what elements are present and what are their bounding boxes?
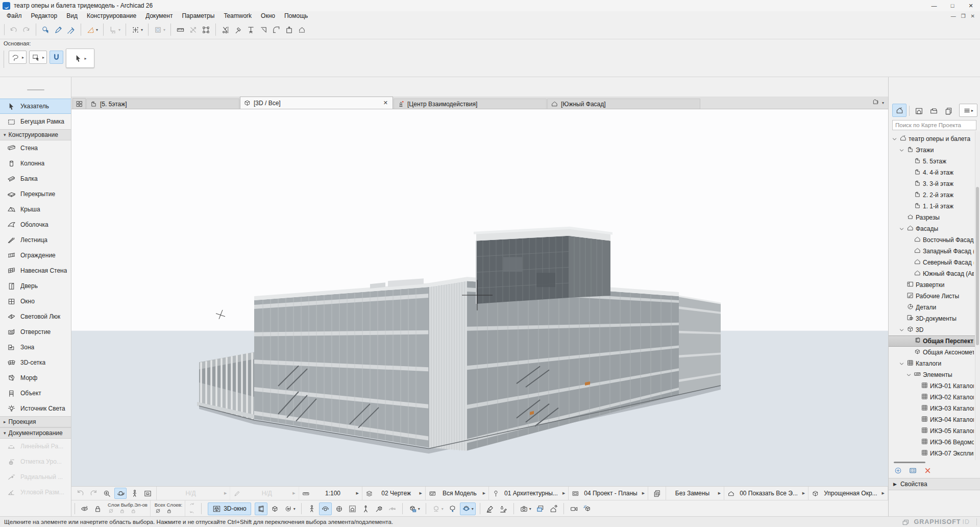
menu-item-5[interactable]: Параметры	[177, 12, 219, 20]
tool-object[interactable]: Объект	[0, 386, 71, 401]
redo-button[interactable]	[20, 24, 32, 36]
project-map-search-input[interactable]	[892, 120, 976, 130]
add-button[interactable]	[894, 466, 902, 476]
delete-button[interactable]	[923, 466, 932, 476]
caret-down-icon[interactable]: ▾	[882, 101, 884, 105]
split-button[interactable]	[219, 24, 231, 36]
close-icon[interactable]: ✕	[382, 100, 389, 106]
tree-item-27[interactable]: ИКЭ-06 Ведомост	[889, 437, 980, 448]
tree-vertical-scrollbar[interactable]	[975, 131, 980, 460]
quickbar-combo-7[interactable]: 04 Проект - Планы▶	[569, 487, 648, 500]
orbit-view-button[interactable]: ▾	[282, 503, 297, 515]
tool-railing[interactable]: Ограждение	[0, 248, 71, 263]
zoom-home-button[interactable]	[347, 503, 358, 515]
caret-right-icon[interactable]: ▶	[420, 491, 422, 495]
tool-opening[interactable]: Отверстие	[0, 324, 71, 340]
caret-down-icon[interactable]: ▾	[293, 507, 296, 511]
tree-item-18[interactable]: Общая Перспекти	[889, 336, 980, 347]
transform-button[interactable]	[200, 24, 212, 36]
align-button[interactable]	[245, 24, 257, 36]
window-maximize-button[interactable]: □	[943, 0, 962, 11]
window-close-button[interactable]: ✕	[962, 0, 980, 11]
tree-item-26[interactable]: ИКЭ-05 Каталог С	[889, 425, 980, 437]
caret-down-icon[interactable]: ▾	[163, 28, 165, 32]
rotate-plane-button[interactable]	[386, 503, 398, 515]
caret-right-icon[interactable]: ▶	[718, 491, 721, 495]
tree-item-10[interactable]: Западный Фасад (А	[889, 246, 980, 257]
hscrollbar-thumb[interactable]	[894, 462, 925, 463]
caret-down-icon[interactable]: ▾	[472, 507, 474, 511]
caret-down-icon[interactable]: ▾	[418, 507, 420, 511]
layout-book-button[interactable]	[927, 105, 940, 117]
tree-item-28[interactable]: ИКЭ-07 Эксплика	[889, 448, 980, 459]
windows-stack-icon[interactable]	[902, 518, 910, 526]
caret-right-icon[interactable]: ▶	[224, 491, 227, 495]
paste-opts-button[interactable]	[651, 488, 663, 498]
snap-points-button[interactable]: ▾	[130, 24, 144, 36]
tool-morph[interactable]: Морф	[0, 370, 71, 386]
quickbar-combo-10[interactable]: 00 Показать Все Э...▶	[724, 487, 808, 500]
zoom-in-button[interactable]	[101, 488, 112, 498]
tree-item-22[interactable]: ИКЭ-01 Каталог С	[889, 380, 980, 392]
navigator-menu-button[interactable]: ▸	[959, 104, 977, 117]
perspective-button[interactable]	[255, 502, 267, 515]
fly-button[interactable]	[568, 503, 580, 515]
eye-off-button[interactable]	[155, 508, 161, 516]
tool-shell[interactable]: Оболочка	[0, 217, 71, 232]
document-close-button[interactable]: ✕	[971, 13, 975, 19]
tool-zone[interactable]: Зона	[0, 340, 71, 355]
measure-button[interactable]	[175, 24, 186, 36]
quickbar-combo-3[interactable]: 1:100▶	[299, 487, 362, 500]
inject-parameters-button[interactable]	[65, 24, 77, 36]
caret-right-icon[interactable]: ▶	[356, 491, 358, 495]
tree-item-1[interactable]: Этажи	[889, 145, 980, 156]
tab-3[interactable]: [Южный Фасад]	[547, 99, 700, 109]
marquee-cube-button[interactable]: ▾	[430, 503, 445, 515]
tree-horizontal-scrollbar[interactable]	[889, 460, 980, 465]
adjust-button[interactable]	[232, 24, 244, 36]
undo-s-button[interactable]	[189, 509, 195, 517]
menu-item-7[interactable]: Окно	[256, 12, 280, 20]
tree-item-11[interactable]: Северный Фасад (А	[889, 257, 980, 268]
caret-right-icon[interactable]: ▶	[483, 491, 485, 495]
3d-viewport[interactable]	[71, 109, 888, 486]
tool-door[interactable]: Дверь	[0, 278, 71, 294]
tree-expander[interactable]	[898, 327, 905, 333]
menu-item-4[interactable]: Документ	[141, 12, 177, 20]
menu-item-0[interactable]: Файл	[2, 12, 27, 20]
axonometry-button[interactable]	[269, 503, 281, 515]
paint-drop-button[interactable]	[498, 503, 509, 515]
fit-window-button[interactable]	[142, 488, 153, 498]
cut-planes-button[interactable]: ▾	[460, 502, 476, 515]
caret-down-icon[interactable]: ▾	[96, 28, 98, 32]
caret-down-icon[interactable]: ▾	[141, 28, 143, 32]
quickbar-combo-11[interactable]: Упрощенная Окр...▶	[808, 487, 888, 500]
tool-light[interactable]: Источник Света	[0, 401, 71, 416]
tree-item-13[interactable]: Развертки	[889, 279, 980, 291]
tree-item-2[interactable]: 5. 5этаж	[889, 156, 980, 167]
caret-right-icon[interactable]: ▶	[292, 491, 295, 495]
paint-brush-button[interactable]	[484, 503, 496, 515]
tree-item-9[interactable]: Восточный Фасад (	[889, 234, 980, 246]
tool-beam[interactable]: Балка	[0, 171, 71, 186]
tab-overview-button[interactable]	[72, 98, 86, 109]
find-select-button[interactable]	[40, 24, 52, 36]
undo-button[interactable]	[8, 24, 19, 36]
menu-item-8[interactable]: Помощь	[280, 12, 312, 20]
tool-roof[interactable]: Крыша	[0, 202, 71, 217]
caret-down-icon[interactable]: ▾	[529, 507, 531, 511]
tree-item-12[interactable]: Южный Фасад (Авт	[889, 268, 980, 279]
tree-item-7[interactable]: Разрезы	[889, 212, 980, 223]
filter-cube-button[interactable]	[447, 503, 458, 515]
walk-button[interactable]	[129, 488, 140, 498]
tool-curtain-wall[interactable]: Навесная Стена	[0, 263, 71, 278]
orbit-button[interactable]	[114, 488, 127, 499]
magnet-button[interactable]	[50, 51, 63, 64]
quickbar-combo-1[interactable]: Н/Д▶	[157, 487, 230, 500]
look-selection-button[interactable]	[373, 503, 385, 515]
tab-2[interactable]: [Центр Взаимодействия]	[394, 99, 547, 109]
tree-expander[interactable]	[898, 361, 905, 367]
tool-skylight[interactable]: Световой Люк	[0, 309, 71, 324]
tree-item-5[interactable]: 2. 2-й этаж	[889, 189, 980, 201]
menu-item-1[interactable]: Редактор	[27, 12, 62, 20]
